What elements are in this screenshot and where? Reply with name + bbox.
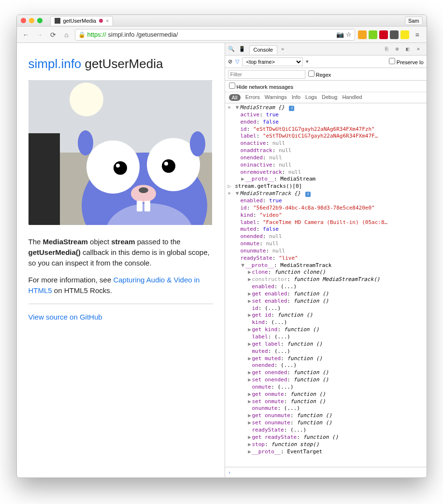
expand-arrow-icon[interactable]: ▼: [241, 262, 245, 269]
svg-rect-15: [144, 201, 150, 211]
svg-point-9: [162, 159, 175, 173]
nav-home-button[interactable]: ⌂: [61, 29, 72, 40]
paragraph-1: The MediaStream object stream passed to …: [29, 237, 213, 268]
paragraph-2: For more information, see Capturing Audi…: [29, 275, 213, 296]
info-badge-icon[interactable]: i: [305, 192, 311, 197]
svg-rect-3: [29, 133, 60, 225]
level-all[interactable]: All: [229, 94, 241, 101]
svg-point-2: [70, 83, 103, 116]
browser-tab[interactable]: getUserMedia ×: [50, 16, 114, 26]
content-area: simpl.info getUserMedia: [17, 43, 427, 477]
settings-gear-icon[interactable]: ⚙: [396, 46, 402, 53]
maximize-window-button[interactable]: [37, 18, 43, 23]
frame-select[interactable]: <top frame>: [242, 57, 303, 66]
hide-network-checkbox[interactable]: Hide network messages: [225, 81, 427, 92]
video-preview: [29, 80, 212, 225]
console-filter-bar: Regex: [225, 68, 427, 81]
extension-icons: [358, 30, 409, 39]
title-link[interactable]: simpl.info: [29, 56, 82, 71]
level-debug[interactable]: Debug: [322, 94, 337, 101]
more-tabs-icon[interactable]: »: [281, 46, 288, 53]
toolbar: ← → ⟳ ⌂ 🔒 https://simpl.info/getusermedi…: [17, 27, 427, 43]
tab-favicon: [55, 18, 60, 24]
github-link[interactable]: View source on GitHub: [29, 313, 102, 321]
preserve-log-checkbox[interactable]: Preserve lo: [389, 58, 424, 65]
web-page: simpl.info getUserMedia: [17, 43, 225, 477]
url-host: simpl.info: [108, 31, 135, 38]
console-prompt[interactable]: ›: [225, 467, 427, 477]
url-path: /getusermedia/: [136, 31, 178, 38]
console-tab[interactable]: Console: [249, 45, 277, 54]
minimize-window-button[interactable]: [29, 18, 34, 23]
device-toggle-icon[interactable]: 📱: [239, 46, 245, 53]
devtools-toolbar: 🔍 📱 Console » ⎘ ⚙ ◧ ×: [225, 43, 427, 56]
nav-back-button[interactable]: ←: [21, 29, 31, 40]
title-bar: getUserMedia × Sam: [17, 15, 427, 27]
nav-reload-button[interactable]: ⟳: [48, 29, 58, 40]
nav-forward-button[interactable]: →: [34, 29, 45, 40]
extension-icon[interactable]: [379, 30, 388, 39]
level-warnings[interactable]: Warnings: [265, 94, 287, 101]
info-badge-icon[interactable]: i: [289, 106, 294, 111]
level-logs[interactable]: Logs: [305, 94, 317, 101]
level-errors[interactable]: Errors: [245, 94, 260, 101]
menu-button[interactable]: ≡: [412, 29, 423, 40]
profile-button[interactable]: Sam: [405, 16, 423, 25]
expand-arrow-icon[interactable]: ⋄: [227, 104, 232, 112]
browser-window: getUserMedia × Sam ← → ⟳ ⌂ 🔒 https://sim…: [16, 14, 427, 478]
bookmark-star-icon[interactable]: ☆: [346, 31, 352, 38]
tab-title: getUserMedia: [63, 18, 96, 24]
extension-icon[interactable]: [400, 30, 409, 39]
url-scheme: https://: [87, 31, 106, 38]
level-handled[interactable]: Handled: [342, 94, 362, 101]
console-context-bar: ⊘ ▽ <top frame> ▾ Preserve lo: [225, 56, 427, 68]
extension-icon[interactable]: [369, 30, 377, 39]
lock-icon: 🔒: [78, 31, 86, 38]
svg-point-16: [78, 130, 93, 155]
extension-icon[interactable]: [358, 30, 367, 39]
tab-close-button[interactable]: ×: [106, 18, 109, 24]
svg-rect-14: [137, 201, 143, 211]
title-rest: getUserMedia: [81, 56, 163, 71]
console-output[interactable]: ⋄ ▼MediaStream {} i active: true ended: …: [225, 103, 427, 467]
log-level-filter: All Errors Warnings Info Logs Debug Hand…: [225, 92, 427, 103]
camera-indicator-icon[interactable]: 📷: [336, 31, 344, 38]
svg-point-11: [164, 162, 168, 166]
divider: [29, 304, 213, 304]
svg-point-6: [86, 140, 140, 194]
dock-side-icon[interactable]: ◧: [406, 46, 413, 53]
expand-arrow-icon[interactable]: ▷: [227, 183, 232, 190]
gopher-illustration: [29, 80, 212, 225]
svg-point-13: [139, 187, 148, 193]
expand-arrow-icon[interactable]: ⋄: [227, 190, 232, 197]
filter-input[interactable]: [228, 70, 305, 79]
tab-recording-indicator: [99, 19, 103, 23]
expand-arrow-icon[interactable]: ▶: [241, 176, 245, 183]
drawer-toggle-icon[interactable]: ⎘: [385, 46, 392, 53]
svg-point-17: [190, 131, 205, 156]
clear-console-icon[interactable]: ⊘: [228, 58, 232, 65]
inspect-icon[interactable]: 🔍: [228, 46, 235, 53]
devtools-close-icon[interactable]: ×: [417, 46, 424, 53]
filter-funnel-icon[interactable]: ▽: [235, 58, 239, 65]
level-info[interactable]: Info: [292, 94, 300, 101]
address-bar[interactable]: 🔒 https://simpl.info/getusermedia/ 📷 ☆: [75, 29, 355, 41]
svg-point-10: [116, 164, 120, 168]
traffic-lights: [21, 18, 43, 23]
page-title: simpl.info getUserMedia: [29, 56, 213, 71]
svg-point-8: [114, 161, 127, 175]
regex-checkbox[interactable]: Regex: [308, 70, 331, 78]
devtools-panel: 🔍 📱 Console » ⎘ ⚙ ◧ × ⊘ ▽ <top frame> ▾ …: [225, 43, 427, 477]
extension-icon[interactable]: [390, 30, 399, 39]
close-window-button[interactable]: [21, 18, 26, 23]
